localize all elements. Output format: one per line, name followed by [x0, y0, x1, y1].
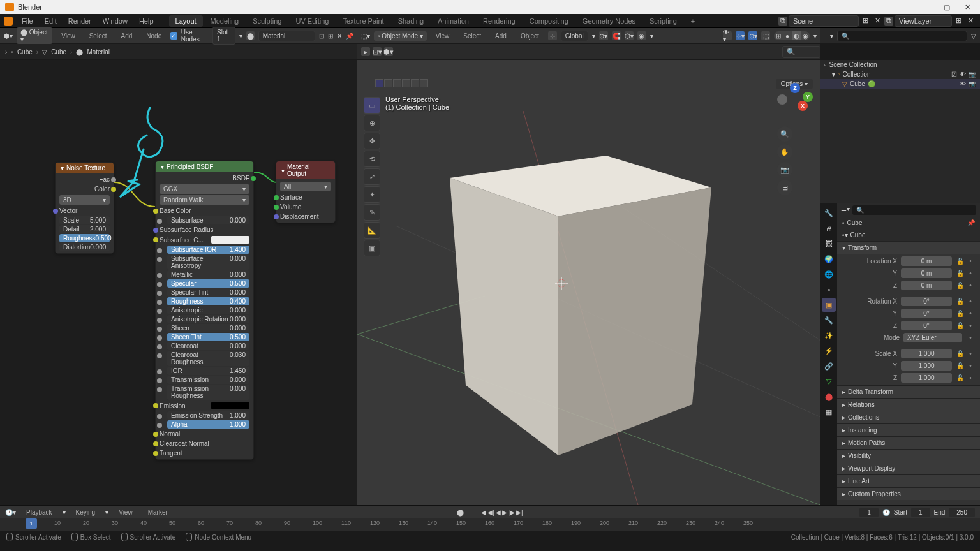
lock-icon[interactable]: 🔓 — [956, 257, 965, 266]
tab-shading[interactable]: Shading — [392, 15, 430, 27]
section-lineart[interactable]: ▸Line Art — [837, 474, 980, 487]
bsdf-emission-strength[interactable]: Emission Strength1.000 — [167, 411, 249, 420]
socket-bsdf-out[interactable] — [251, 176, 256, 181]
timeline[interactable]: 🕐▾ Playback▾ Keying▾ View Marker ⬤ |◀ ◀|… — [0, 505, 980, 531]
tab-modeling[interactable]: Modeling — [204, 15, 246, 27]
bsdf-clearcoat-roughness[interactable]: Clearcoat Roughness0.030 — [167, 351, 249, 366]
socket-surface-in[interactable] — [274, 195, 279, 200]
keyframe-icon[interactable]: • — [966, 334, 975, 342]
tab-scripting[interactable]: Scripting — [643, 15, 683, 27]
lock-icon[interactable]: 🔓 — [956, 281, 965, 290]
exclude-checkbox-icon[interactable]: ☑ — [951, 71, 957, 78]
proportional-icon[interactable]: ◉ — [637, 31, 646, 40]
bc-mesh[interactable]: Cube — [51, 48, 66, 55]
tool-select-box[interactable]: ▭ — [364, 97, 380, 114]
select-tool-6[interactable] — [420, 79, 428, 87]
bsdf-sss-method[interactable]: Random Walk▾ — [160, 195, 249, 205]
ptab-world[interactable]: 🌐 — [822, 267, 836, 281]
disable-icon[interactable]: 📷 — [969, 80, 976, 87]
bsdf-anisotropic[interactable]: Anisotropic0.000 — [167, 306, 249, 314]
bsdf-metallic[interactable]: Metallic0.000 — [167, 270, 249, 279]
tool-add-cube[interactable]: ▣ — [364, 240, 380, 256]
section-visibility[interactable]: ▸Visibility — [837, 449, 980, 462]
bsdf-ior[interactable]: IOR1.450 — [167, 367, 249, 375]
tab-compositing[interactable]: Compositing — [523, 15, 575, 27]
autokey-icon[interactable]: ⬤ — [457, 509, 464, 516]
keyframe-icon[interactable]: • — [966, 257, 975, 266]
tl-view[interactable]: View — [114, 507, 138, 518]
loc-z[interactable]: 0 m — [901, 281, 952, 290]
section-motion[interactable]: ▸Motion Paths — [837, 436, 980, 449]
bsdf-specular-tint[interactable]: Specular Tint0.000 — [167, 288, 249, 297]
outliner[interactable]: ▫ Scene Collection ▾▫ Collection ☑ 👁 📷 ▽… — [820, 60, 980, 203]
tl-keying[interactable]: Keying — [71, 507, 101, 518]
tab-sculpting[interactable]: Sculpting — [246, 15, 288, 27]
viewlayer-field[interactable]: ViewLayer — [895, 15, 952, 27]
noise-roughness[interactable]: Roughness0.500 — [59, 234, 110, 242]
select-tool-1[interactable] — [375, 79, 383, 87]
rot-z[interactable]: 0° — [901, 321, 952, 330]
bsdf-subsurface-ior[interactable]: Subsurface IOR1.400 — [167, 246, 249, 254]
tl-playback[interactable]: Playback — [21, 507, 57, 518]
ptab-render[interactable]: 🔧 — [822, 206, 836, 220]
shading-matprev-icon[interactable]: ◐ — [792, 31, 801, 40]
section-relations[interactable]: ▸Relations — [837, 398, 980, 411]
props-type-icon[interactable]: ☰▾ — [841, 205, 850, 215]
axis-z[interactable]: Z — [790, 83, 800, 93]
tool-transform[interactable]: ✦ — [364, 186, 380, 203]
timeline-type-icon[interactable]: 🕐▾ — [5, 509, 16, 516]
snap-icon[interactable]: 🧲 — [612, 31, 621, 40]
play-reverse-icon[interactable]: ◀ — [496, 509, 501, 516]
hide-icon[interactable]: 👁 — [960, 71, 966, 78]
ptab-collection[interactable]: ▫ — [822, 283, 836, 297]
ptab-material[interactable]: ⬤ — [822, 390, 836, 404]
rot-x[interactable]: 0° — [901, 297, 952, 306]
node-view-menu[interactable]: View — [56, 31, 80, 41]
socket-volume-in[interactable] — [274, 205, 279, 210]
editor-type-3dview-icon[interactable]: ⬚▾ — [361, 33, 370, 40]
current-frame[interactable]: 1 — [859, 508, 879, 517]
bsdf-subsurface-anisotropy[interactable]: Subsurface Anisotropy0.000 — [167, 254, 249, 270]
lock-icon[interactable]: 🔓 — [956, 321, 965, 330]
keyframe-icon[interactable]: • — [966, 374, 975, 383]
rot-mode[interactable]: XYZ Euler — [903, 333, 962, 342]
axis-neg[interactable] — [777, 94, 787, 105]
pin-icon[interactable]: 📌 — [346, 33, 353, 40]
scale-z[interactable]: 1.000 — [901, 373, 952, 383]
node-noise-texture[interactable]: ▾Noise Texture Fac Color 3D▾ Vector Scal… — [55, 162, 114, 254]
node-material-output[interactable]: ▾Material Output All▾ Surface Volume Dis… — [276, 161, 336, 223]
tool-measure[interactable]: 📐 — [364, 222, 380, 239]
tl-marker[interactable]: Marker — [143, 507, 173, 518]
bsdf-anisotropic-rotation[interactable]: Anisotropic Rotation0.000 — [167, 315, 249, 323]
close-button[interactable]: ✕ — [960, 3, 975, 11]
bsdf-alpha[interactable]: Alpha1.000 — [167, 420, 249, 429]
bsdf-transmission-roughness[interactable]: Transmission Roughness0.000 — [167, 385, 249, 400]
section-custom[interactable]: ▸Custom Properties — [837, 487, 980, 500]
bsdf-specular[interactable]: Specular0.500 — [167, 279, 249, 288]
ptab-physics[interactable]: ⚡ — [822, 344, 836, 358]
node-header-noise[interactable]: ▾Noise Texture — [56, 163, 114, 173]
material-new-button[interactable]: ⊞ — [328, 33, 333, 40]
maximize-button[interactable]: ▢ — [939, 3, 954, 11]
tab-geonodes[interactable]: Geometry Nodes — [576, 15, 642, 27]
tab-add[interactable]: + — [685, 15, 701, 27]
play-icon[interactable]: ▶ — [502, 509, 507, 516]
socket-vector-in[interactable] — [53, 209, 58, 214]
select-tool-4[interactable] — [402, 79, 410, 87]
region-toggle-icon[interactable]: ▸ — [361, 47, 370, 56]
bsdf-subsurface-c...[interactable]: Subsurface C... — [156, 235, 253, 245]
shading-wire-icon[interactable]: ⊞ — [774, 31, 783, 40]
gizmo-toggle-icon[interactable]: ⊹▾ — [736, 31, 745, 40]
keyframe-icon[interactable]: • — [966, 297, 975, 306]
tool-move[interactable]: ✥ — [364, 133, 380, 149]
blender-icon[interactable] — [4, 17, 13, 26]
playhead[interactable]: 1 — [26, 518, 37, 529]
bsdf-normal[interactable]: Normal — [156, 429, 253, 439]
lock-icon[interactable]: 🔓 — [956, 297, 965, 306]
scene-browse-icon[interactable]: ⧉ — [778, 17, 787, 26]
timeline-ruler[interactable]: 1 10203040506070809010011012013014015016… — [0, 518, 980, 531]
bsdf-tangent[interactable]: Tangent — [156, 448, 253, 458]
tool-cursor[interactable]: ⊕ — [364, 115, 380, 131]
bsdf-sheen-tint[interactable]: Sheen Tint0.500 — [167, 333, 249, 341]
noise-distortion[interactable]: Distortion0.000 — [59, 243, 110, 251]
